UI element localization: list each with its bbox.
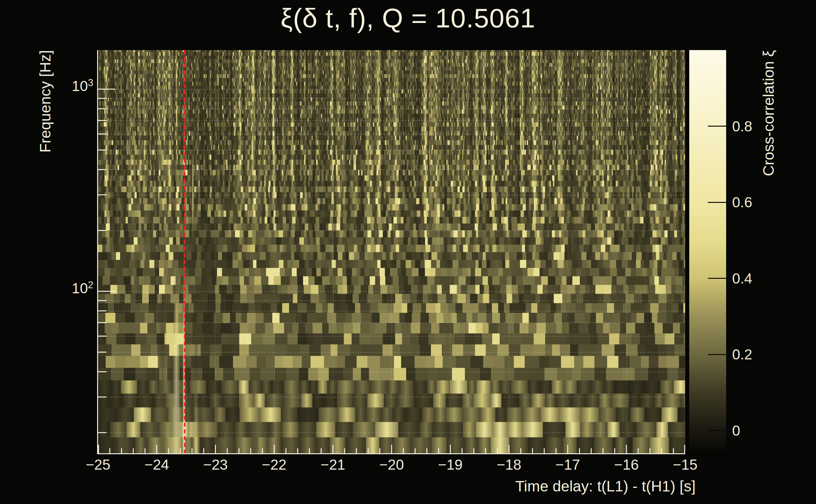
- colorbar-gradient: [689, 50, 726, 450]
- colorbar-title: Cross-correlation ξ: [760, 50, 777, 176]
- canvas-background: { "title": "ξ(δ t, f), Q = 10.5061", "y_…: [0, 0, 816, 504]
- x-tick-label--19: −19: [438, 457, 463, 472]
- chart-title: ξ(δ t, f), Q = 10.5061: [0, 3, 816, 34]
- y-tick-label-1e3: 103: [46, 78, 93, 93]
- heatmap-canvas: [98, 50, 685, 453]
- colorbar-tick-label-0: 0: [732, 422, 740, 439]
- x-axis-title: Time delay: t(L1) - t(H1) [s]: [515, 478, 696, 495]
- x-tick-label--20: −20: [379, 457, 404, 472]
- y-axis-title: Frequency [Hz]: [37, 50, 54, 152]
- plot-area: [97, 50, 685, 454]
- colorbar-tick-label-0.8: 0.8: [732, 118, 752, 135]
- x-tick-label--25: −25: [86, 457, 110, 472]
- x-tick-label--22: −22: [262, 457, 287, 472]
- colorbar-tick-label-0.2: 0.2: [732, 346, 752, 363]
- y-tick-label-1e2: 102: [46, 280, 93, 295]
- colorbar-tick-0.6: [708, 202, 726, 203]
- colorbar-tick-0: [708, 430, 726, 431]
- colorbar-tick-label-0.6: 0.6: [732, 194, 752, 211]
- x-tick-label--23: −23: [203, 457, 228, 472]
- colorbar-tick-0.8: [708, 126, 726, 127]
- colorbar-tick-0.4: [708, 278, 726, 279]
- x-tick-label--24: −24: [144, 457, 169, 472]
- colorbar-tick-label-0.4: 0.4: [732, 270, 752, 287]
- x-tick-label--17: −17: [555, 457, 580, 472]
- x-tick-label--16: −16: [614, 457, 639, 472]
- x-tick-label--18: −18: [497, 457, 521, 472]
- x-tick-label--15: −15: [673, 457, 698, 472]
- colorbar-tick-0.2: [708, 354, 726, 355]
- x-tick-label--21: −21: [321, 457, 345, 472]
